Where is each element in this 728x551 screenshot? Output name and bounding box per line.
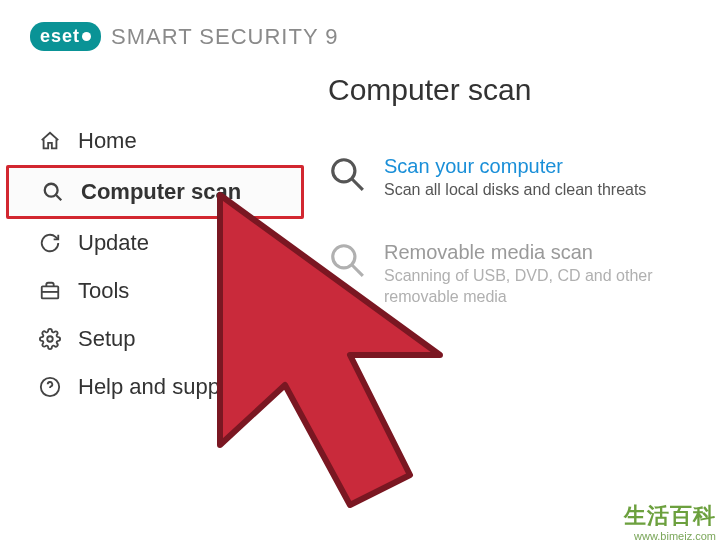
svg-line-1 <box>56 195 62 201</box>
search-icon <box>41 181 65 203</box>
refresh-icon <box>38 232 62 254</box>
scan-option-title: Scan your computer <box>384 155 646 178</box>
magnifier-icon <box>328 155 366 201</box>
product-name: SMART SECURITY 9 <box>111 24 339 50</box>
briefcase-icon <box>38 280 62 302</box>
sidebar: Home Computer scan Update Tools Setup <box>0 67 310 411</box>
sidebar-item-label: Update <box>78 230 149 256</box>
header: eset SMART SECURITY 9 <box>0 0 728 67</box>
main-panel: Computer scan Scan your computer Scan al… <box>310 67 728 411</box>
svg-point-7 <box>333 160 355 182</box>
sidebar-item-label: Setup <box>78 326 136 352</box>
sidebar-item-help[interactable]: Help and support <box>0 363 310 411</box>
home-icon <box>38 130 62 152</box>
scan-option-desc: Scanning of USB, DVD, CD and other remov… <box>384 266 708 308</box>
sidebar-item-tools[interactable]: Tools <box>0 267 310 315</box>
watermark: 生活百科 www.bimeiz.com <box>624 503 716 543</box>
watermark-url: www.bimeiz.com <box>624 530 716 543</box>
help-icon <box>38 376 62 398</box>
svg-line-8 <box>352 179 363 190</box>
watermark-text: 生活百科 <box>624 503 716 529</box>
sidebar-item-label: Help and support <box>78 374 246 400</box>
sidebar-item-computer-scan[interactable]: Computer scan <box>6 165 304 219</box>
magnifier-icon <box>328 241 366 308</box>
sidebar-item-update[interactable]: Update <box>0 219 310 267</box>
brand-logo: eset <box>30 22 101 51</box>
scan-option-computer[interactable]: Scan your computer Scan all local disks … <box>328 155 708 201</box>
gear-icon <box>38 328 62 350</box>
scan-option-desc: Scan all local disks and clean threats <box>384 180 646 201</box>
svg-point-9 <box>333 246 355 268</box>
svg-point-0 <box>45 184 58 197</box>
sidebar-item-label: Home <box>78 128 137 154</box>
page-title: Computer scan <box>328 73 708 107</box>
sidebar-item-home[interactable]: Home <box>0 117 310 165</box>
sidebar-item-label: Computer scan <box>81 179 241 205</box>
sidebar-item-setup[interactable]: Setup <box>0 315 310 363</box>
scan-option-removable[interactable]: Removable media scan Scanning of USB, DV… <box>328 241 708 308</box>
svg-point-4 <box>47 336 53 342</box>
sidebar-item-label: Tools <box>78 278 129 304</box>
scan-option-title: Removable media scan <box>384 241 708 264</box>
svg-line-10 <box>352 265 363 276</box>
